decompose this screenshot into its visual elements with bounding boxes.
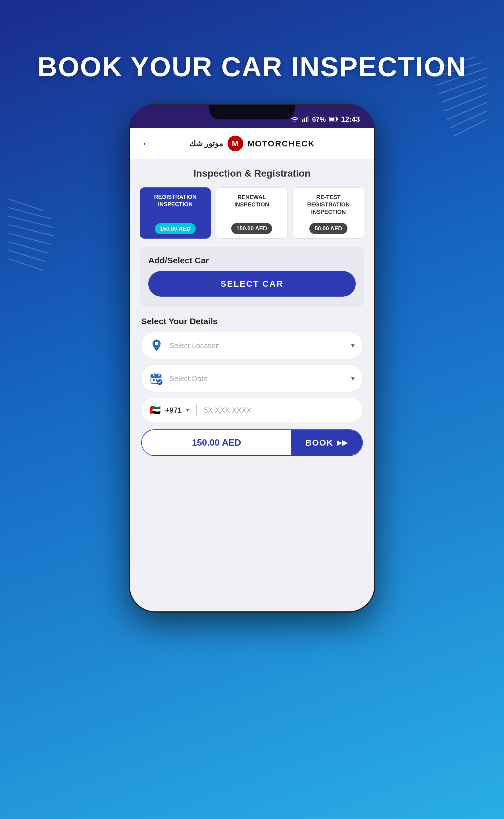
select-date-dropdown[interactable]: Select Date ▾ <box>141 365 363 392</box>
uae-flag-icon: 🇦🇪 <box>149 405 161 415</box>
svg-line-7 <box>450 111 487 128</box>
app-screen: ← موتور شك M MOTORCHECK Inspection & Reg… <box>130 128 374 611</box>
service-card-registration[interactable]: REGISTRATION INSPECTION 150.00 AED <box>140 187 211 239</box>
signal-icon <box>302 115 309 123</box>
svg-point-17 <box>294 120 295 122</box>
svg-line-12 <box>9 225 54 236</box>
service-card-registration-price: 150.00 AED <box>155 223 196 234</box>
book-button-label: BOOK <box>305 438 333 448</box>
svg-rect-30 <box>158 373 160 376</box>
select-location-dropdown[interactable]: Select Location ▾ <box>141 332 363 359</box>
svg-rect-18 <box>302 119 303 122</box>
date-chevron-icon: ▾ <box>351 375 355 383</box>
dropdown-arrow-icon: ▾ <box>186 406 189 414</box>
svg-rect-20 <box>306 117 307 122</box>
service-card-renewal-price: 150.00 AED <box>231 223 272 234</box>
service-card-registration-title: REGISTRATION INSPECTION <box>144 193 207 208</box>
svg-point-26 <box>155 342 158 345</box>
service-card-renewal[interactable]: RENEWAL INSPECTION 150.00 AED <box>216 187 288 239</box>
location-placeholder-text: Select Location <box>169 341 345 350</box>
svg-rect-29 <box>153 373 155 376</box>
svg-line-13 <box>9 233 51 245</box>
wifi-icon <box>291 115 299 123</box>
svg-rect-24 <box>330 118 334 120</box>
select-car-button[interactable]: SELECT CAR <box>148 271 356 297</box>
add-car-section: Add/Select Car SELECT CAR <box>140 247 364 307</box>
inspection-section-title: Inspection & Registration <box>140 168 364 179</box>
service-card-retest[interactable]: RE-TEST REGISTRATION INSPECTION 50.00 AE… <box>293 187 364 239</box>
svg-rect-23 <box>337 118 338 120</box>
svg-line-14 <box>9 242 48 253</box>
book-bar[interactable]: 150.00 AED BOOK ▶▶ <box>141 429 363 456</box>
details-section: Select Your Details Select Location ▾ <box>140 309 364 461</box>
details-label: Select Your Details <box>141 317 363 326</box>
phone-field[interactable]: 🇦🇪 +971 ▾ 5X XXX XXXX <box>141 398 363 422</box>
svg-line-8 <box>453 119 487 136</box>
svg-rect-19 <box>304 118 305 122</box>
location-pin-icon <box>149 338 164 353</box>
add-car-label: Add/Select Car <box>148 256 356 265</box>
phone-frame: 67% 12:43 ← موتور شك M MOTORCHECK <box>130 105 374 611</box>
book-price-text: 150.00 AED <box>142 430 291 455</box>
svg-line-16 <box>9 259 43 270</box>
header-logo: موتور شك M MOTORCHECK <box>189 136 315 151</box>
book-play-icon: ▶▶ <box>337 438 348 447</box>
service-cards-container: REGISTRATION INSPECTION 150.00 AED RENEW… <box>140 187 364 239</box>
svg-line-5 <box>444 94 487 111</box>
svg-line-15 <box>9 250 45 262</box>
svg-rect-31 <box>153 379 155 381</box>
app-content: Inspection & Registration REGISTRATION I… <box>130 159 374 611</box>
svg-line-6 <box>447 102 487 119</box>
battery-icon <box>329 115 338 123</box>
service-card-retest-title: RE-TEST REGISTRATION INSPECTION <box>297 193 360 216</box>
svg-rect-21 <box>307 116 309 122</box>
svg-rect-32 <box>156 379 157 381</box>
logo-name-text: MOTORCHECK <box>247 139 315 148</box>
logo-icon: M <box>228 136 243 151</box>
svg-line-10 <box>9 208 51 219</box>
svg-line-4 <box>441 85 487 102</box>
service-card-renewal-title: RENEWAL INSPECTION <box>220 193 283 208</box>
battery-percent-text: 67% <box>312 115 326 123</box>
calendar-icon <box>149 371 164 386</box>
location-chevron-icon: ▾ <box>351 342 355 350</box>
phone-field-divider <box>196 404 197 416</box>
page-title: BOOK YOUR CAR INSPECTION <box>38 51 466 82</box>
book-button[interactable]: BOOK ▶▶ <box>291 430 362 455</box>
phone-number-input[interactable]: 5X XXX XXXX <box>204 406 252 415</box>
date-placeholder-text: Select Date <box>169 374 345 383</box>
logo-arabic-text: موتور شك <box>189 139 223 148</box>
back-button[interactable]: ← <box>141 137 153 150</box>
country-code-text: +971 <box>165 406 182 415</box>
app-header: ← موتور شك M MOTORCHECK <box>130 128 374 159</box>
status-time: 12:43 <box>341 115 360 124</box>
phone-notch <box>209 105 295 119</box>
service-card-retest-price: 50.00 AED <box>309 223 347 234</box>
